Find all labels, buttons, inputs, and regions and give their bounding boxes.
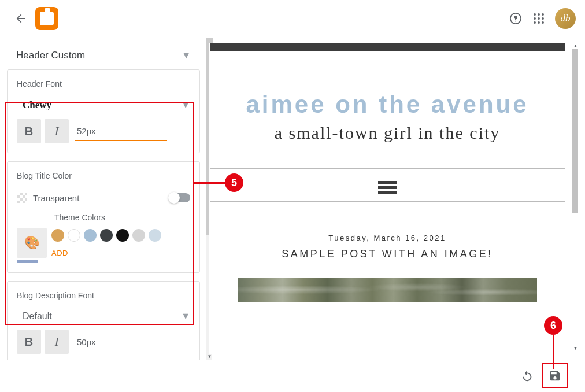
color-swatches xyxy=(51,229,161,242)
chevron-down-icon: ▼ xyxy=(182,50,191,61)
font-size-input[interactable] xyxy=(75,121,167,141)
bottom-bar xyxy=(213,360,578,392)
font-name: Default xyxy=(23,311,52,321)
save-icon xyxy=(549,369,561,382)
apps-button[interactable] xyxy=(527,7,550,30)
blog-title-color-card: Blog Title Color Transparent Theme Color… xyxy=(7,161,200,273)
transparent-toggle[interactable] xyxy=(169,193,190,202)
annotation-callout-6: 6 xyxy=(545,316,562,369)
transparent-icon xyxy=(17,193,27,203)
scrollbar-thumb[interactable] xyxy=(572,49,578,213)
bold-button[interactable]: B xyxy=(17,330,41,354)
color-swatch[interactable] xyxy=(84,229,97,242)
blog-description-font-label: Blog Description Font xyxy=(17,291,190,300)
color-picker-button[interactable]: 🎨 xyxy=(17,228,47,258)
add-color-button[interactable]: ADD xyxy=(51,249,161,257)
font-name: Chewy xyxy=(23,99,51,111)
blog-title-color-label: Blog Title Color xyxy=(17,171,190,180)
preview-topbar xyxy=(210,43,565,51)
back-arrow-icon xyxy=(14,12,27,25)
back-button[interactable] xyxy=(9,7,32,30)
italic-button[interactable]: I xyxy=(45,119,69,143)
color-swatch[interactable] xyxy=(68,229,80,242)
blogger-logo[interactable] xyxy=(35,7,58,30)
chevron-down-icon: ▼ xyxy=(181,311,190,321)
scrollbar-up-arrow[interactable]: ▲ xyxy=(572,43,579,49)
preview-blog-title: aimee on the avenue xyxy=(221,91,553,119)
preview-post-image xyxy=(238,278,537,302)
font-size-input[interactable] xyxy=(75,332,167,352)
header-font-card: Header Font Chewy ▼ B I xyxy=(7,69,200,153)
preview-scrollbar[interactable]: ▲ ▼ xyxy=(572,43,578,352)
color-swatch[interactable] xyxy=(132,229,145,242)
font-selector-description[interactable]: Default ▼ xyxy=(17,308,190,330)
italic-button[interactable]: I xyxy=(45,330,69,354)
color-swatch[interactable] xyxy=(149,229,161,242)
revert-button[interactable] xyxy=(516,364,539,387)
preview-post-title: SAMPLE POST WITH AN IMAGE! xyxy=(210,248,565,260)
top-bar: db xyxy=(0,0,585,37)
font-selector[interactable]: Chewy ▼ xyxy=(17,97,190,119)
preview-pane: aimee on the avenue a small-town girl in… xyxy=(207,37,585,360)
preview-blog-subtitle: a small-town girl in the city xyxy=(221,123,553,143)
revert-icon xyxy=(521,369,534,382)
blog-description-font-card: Blog Description Font Default ▼ B I xyxy=(7,281,200,360)
header-font-label: Header Font xyxy=(17,79,190,88)
chevron-down-icon: ▼ xyxy=(181,100,190,110)
scrollbar-down-arrow[interactable]: ▼ xyxy=(572,345,579,352)
bold-button[interactable]: B xyxy=(17,119,41,143)
theme-colors-label: Theme Colors xyxy=(54,213,190,222)
sidebar: Header Custom ▼ Header Font Chewy ▼ B I … xyxy=(0,37,207,360)
section-dropdown-label: Header Custom xyxy=(16,50,85,61)
section-dropdown[interactable]: Header Custom ▼ xyxy=(7,42,200,69)
color-swatch[interactable] xyxy=(116,229,129,242)
annotation-callout-5: 5 xyxy=(194,173,243,192)
color-swatch[interactable] xyxy=(100,229,113,242)
help-icon xyxy=(509,12,522,25)
avatar[interactable]: db xyxy=(555,8,576,29)
hamburger-menu-icon[interactable] xyxy=(378,181,397,194)
help-button[interactable] xyxy=(504,7,527,30)
apps-grid-icon xyxy=(534,13,544,24)
preview-post-date: Tuesday, March 16, 2021 xyxy=(210,234,565,242)
color-swatch[interactable] xyxy=(51,229,64,242)
transparent-label: Transparent xyxy=(33,193,79,203)
palette-icon: 🎨 xyxy=(24,235,40,250)
